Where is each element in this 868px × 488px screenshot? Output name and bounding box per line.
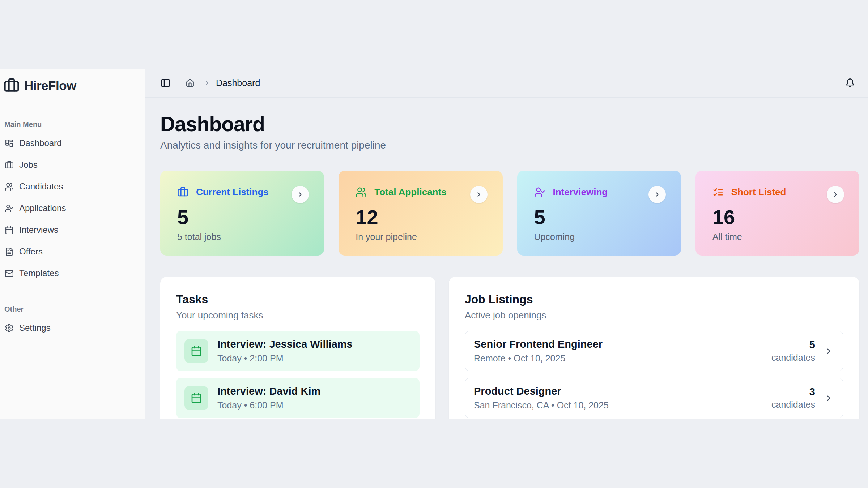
stat-value: 5 bbox=[534, 207, 666, 227]
job-count-number: 3 bbox=[771, 386, 815, 398]
layout-dashboard-icon bbox=[5, 139, 14, 148]
task-meta: Today • 6:00 PM bbox=[217, 400, 320, 411]
sidebar-item-label: Dashboard bbox=[19, 138, 61, 148]
job-title: Senior Frontend Engineer bbox=[474, 338, 771, 350]
app-window: HireFlow Main Menu Dashboard Jobs Candid… bbox=[0, 69, 868, 419]
sidebar-item-candidates[interactable]: Candidates bbox=[3, 176, 141, 197]
chevron-right-icon bbox=[825, 394, 833, 402]
stat-label: Current Listings bbox=[196, 187, 269, 198]
task-item[interactable]: Interview: David Kim Today • 6:00 PM bbox=[176, 378, 420, 418]
breadcrumb-chevron-icon bbox=[204, 80, 210, 86]
calendar-icon bbox=[191, 392, 202, 404]
task-title: Interview: David Kim bbox=[217, 385, 320, 397]
mail-icon bbox=[5, 269, 14, 278]
chevron-right-icon bbox=[297, 191, 304, 198]
chevron-right-icon bbox=[475, 191, 482, 198]
sidebar-item-label: Settings bbox=[19, 323, 51, 333]
breadcrumb-current: Dashboard bbox=[216, 78, 260, 88]
file-text-icon bbox=[5, 247, 14, 256]
bell-icon[interactable] bbox=[845, 78, 855, 88]
stat-label: Short Listed bbox=[731, 187, 786, 198]
chevron-right-icon bbox=[832, 191, 839, 198]
panels-row: Tasks Your upcoming tasks Interview: Jes… bbox=[160, 277, 859, 419]
job-title: Product Designer bbox=[474, 385, 771, 397]
job-listings-list: Senior Frontend Engineer Remote • Oct 10… bbox=[465, 331, 843, 418]
job-listing-row[interactable]: Product Designer San Francisco, CA • Oct… bbox=[465, 378, 843, 418]
sidebar-item-label: Interviews bbox=[19, 225, 58, 235]
stat-arrow-button[interactable] bbox=[470, 186, 488, 203]
task-icon-tile bbox=[184, 386, 208, 410]
sidebar-nav-main: Dashboard Jobs Candidates Applications I… bbox=[3, 132, 141, 284]
job-listings-title: Job Listings bbox=[465, 293, 843, 306]
sidebar-section-label-other: Other bbox=[4, 305, 141, 313]
topbar: Dashboard bbox=[145, 69, 868, 98]
sidebar-item-dashboard[interactable]: Dashboard bbox=[3, 132, 141, 154]
job-candidate-count: 3 candidates bbox=[771, 386, 815, 410]
sidebar-item-applications[interactable]: Applications bbox=[3, 197, 141, 219]
tasks-panel: Tasks Your upcoming tasks Interview: Jes… bbox=[160, 277, 435, 419]
stat-caption: 5 total jobs bbox=[177, 232, 309, 242]
list-checks-icon bbox=[712, 187, 724, 198]
logo: HireFlow bbox=[3, 78, 141, 94]
sidebar-item-interviews[interactable]: Interviews bbox=[3, 219, 141, 241]
users-icon bbox=[356, 187, 367, 198]
task-item[interactable]: Interview: Jessica Williams Today • 2:00… bbox=[176, 331, 420, 371]
sidebar-item-offers[interactable]: Offers bbox=[3, 241, 141, 262]
stat-caption: All time bbox=[712, 232, 844, 242]
stat-value: 5 bbox=[177, 207, 309, 227]
job-count-number: 5 bbox=[771, 339, 815, 351]
task-title: Interview: Jessica Williams bbox=[217, 338, 353, 350]
sidebar-item-jobs[interactable]: Jobs bbox=[3, 154, 141, 176]
job-listings-subtitle: Active job openings bbox=[465, 310, 843, 321]
page-content: Dashboard Analytics and insights for you… bbox=[145, 98, 868, 419]
home-icon[interactable] bbox=[186, 78, 195, 87]
stat-card-header: Short Listed bbox=[712, 187, 844, 198]
task-icon-tile bbox=[184, 339, 208, 363]
stat-card-total-applicants[interactable]: Total Applicants 12 In your pipeline bbox=[339, 171, 502, 256]
stat-value: 16 bbox=[712, 207, 844, 227]
users-icon bbox=[5, 182, 14, 191]
stat-arrow-button[interactable] bbox=[648, 186, 666, 203]
stat-label: Interviewing bbox=[553, 187, 608, 198]
stat-cards-row: Current Listings 5 5 total jobs Total Ap… bbox=[160, 171, 859, 256]
stat-card-interviewing[interactable]: Interviewing 5 Upcoming bbox=[517, 171, 681, 256]
sidebar-item-label: Applications bbox=[19, 203, 66, 213]
app-title: HireFlow bbox=[24, 78, 76, 93]
calendar-icon bbox=[5, 226, 14, 235]
briefcase-icon bbox=[177, 187, 188, 198]
page-subtitle: Analytics and insights for your recruitm… bbox=[160, 140, 859, 151]
stat-arrow-button[interactable] bbox=[827, 186, 844, 203]
job-listing-row[interactable]: Senior Frontend Engineer Remote • Oct 10… bbox=[465, 331, 843, 371]
stat-card-short-listed[interactable]: Short Listed 16 All time bbox=[695, 171, 859, 256]
sidebar-item-templates[interactable]: Templates bbox=[3, 262, 141, 284]
briefcase-icon bbox=[4, 78, 20, 94]
stat-card-current-listings[interactable]: Current Listings 5 5 total jobs bbox=[160, 171, 324, 256]
stat-label: Total Applicants bbox=[374, 187, 446, 198]
chevron-right-icon bbox=[654, 191, 661, 198]
stat-caption: Upcoming bbox=[534, 232, 666, 242]
sidebar-item-settings[interactable]: Settings bbox=[3, 317, 141, 339]
task-text: Interview: David Kim Today • 6:00 PM bbox=[217, 385, 320, 411]
sidebar-item-label: Offers bbox=[19, 247, 43, 257]
sidebar-item-label: Templates bbox=[19, 268, 59, 278]
gear-icon bbox=[5, 324, 14, 333]
stat-card-header: Interviewing bbox=[534, 187, 666, 198]
task-text: Interview: Jessica Williams Today • 2:00… bbox=[217, 338, 353, 364]
calendar-icon bbox=[191, 345, 202, 357]
user-check-icon bbox=[534, 187, 545, 198]
stat-value: 12 bbox=[356, 207, 487, 227]
sidebar-toggle-icon[interactable] bbox=[161, 78, 170, 88]
job-count-label: candidates bbox=[771, 399, 815, 410]
job-info: Senior Frontend Engineer Remote • Oct 10… bbox=[474, 338, 771, 364]
app-canvas: HireFlow Main Menu Dashboard Jobs Candid… bbox=[0, 0, 868, 488]
sidebar-section-label-main-menu: Main Menu bbox=[4, 120, 141, 129]
user-check-icon bbox=[5, 204, 14, 213]
job-meta: Remote • Oct 10, 2025 bbox=[474, 353, 771, 364]
sidebar: HireFlow Main Menu Dashboard Jobs Candid… bbox=[0, 69, 145, 419]
page-title: Dashboard bbox=[160, 114, 859, 134]
stat-arrow-button[interactable] bbox=[292, 186, 309, 203]
job-candidate-count: 5 candidates bbox=[771, 339, 815, 363]
job-count-label: candidates bbox=[771, 352, 815, 363]
stat-card-header: Total Applicants bbox=[356, 187, 487, 198]
tasks-list: Interview: Jessica Williams Today • 2:00… bbox=[176, 331, 420, 418]
